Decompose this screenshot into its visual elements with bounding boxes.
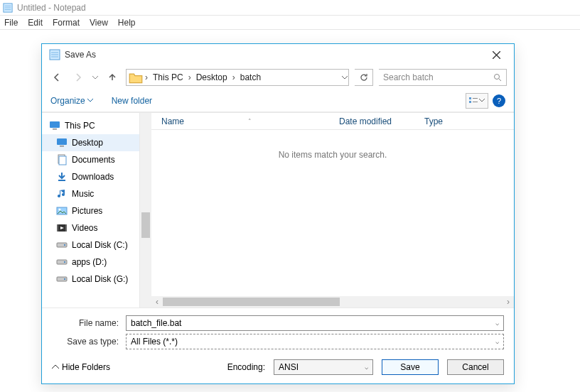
scroll-track[interactable] <box>163 298 503 306</box>
tree-this-pc[interactable]: This PC <box>42 117 139 134</box>
music-icon <box>56 188 68 200</box>
svg-rect-19 <box>60 146 64 147</box>
list-hscrollbar[interactable]: ‹ › <box>151 296 514 307</box>
svg-rect-18 <box>57 138 67 145</box>
tree-label: Local Disk (G:) <box>72 274 128 284</box>
menu-view[interactable]: View <box>90 18 108 28</box>
breadcrumb-sep[interactable]: › <box>230 72 237 82</box>
up-button[interactable] <box>104 70 120 85</box>
refresh-icon <box>360 73 368 82</box>
breadcrumb-sep[interactable]: › <box>143 72 150 82</box>
saveastype-value: All Files (*.*) <box>131 337 178 347</box>
drive-icon <box>56 273 68 285</box>
encoding-value: ANSI <box>279 362 299 372</box>
cancel-button[interactable]: Cancel <box>447 359 504 375</box>
svg-point-23 <box>59 209 61 211</box>
tree-music[interactable]: Music <box>42 185 139 202</box>
column-date[interactable]: Date modified <box>329 116 414 126</box>
encoding-select[interactable]: ANSI ⌵ <box>274 359 373 375</box>
crumb-batch[interactable]: batch <box>237 72 264 82</box>
toolbar: Organize New folder ? <box>42 89 514 112</box>
svg-rect-16 <box>50 121 60 128</box>
tree-desktop[interactable]: Desktop <box>42 134 139 151</box>
drive-icon <box>56 256 68 268</box>
dialog-title: Save As <box>65 50 485 60</box>
back-button[interactable] <box>49 70 65 85</box>
desktop-icon <box>56 137 68 148</box>
notepad-menubar: File Edit Format View Help <box>0 16 580 30</box>
help-button[interactable]: ? <box>493 94 505 107</box>
recent-dropdown[interactable] <box>92 76 99 80</box>
svg-point-31 <box>64 261 65 263</box>
tree-pictures[interactable]: Pictures <box>42 202 139 219</box>
menu-file[interactable]: File <box>4 18 18 28</box>
view-options-button[interactable] <box>466 93 488 109</box>
downloads-icon <box>56 171 68 183</box>
svg-rect-21 <box>59 156 66 165</box>
tree-label: Videos <box>72 223 97 233</box>
folder-tree: This PC Desktop Documents Downloads Musi… <box>42 113 140 307</box>
filename-label: File name: <box>52 318 122 328</box>
encoding-dropdown[interactable]: ⌵ <box>365 364 368 371</box>
column-name[interactable]: Name˄ <box>151 116 329 126</box>
close-button[interactable] <box>485 45 507 65</box>
saveastype-dropdown[interactable]: ⌵ <box>495 338 499 345</box>
crumb-desktop[interactable]: Desktop <box>193 72 230 82</box>
address-dropdown[interactable] <box>341 76 348 80</box>
address-bar[interactable]: › This PC › Desktop › batch <box>126 69 349 86</box>
scroll-right-button[interactable]: › <box>503 296 514 307</box>
crumb-thispc[interactable]: This PC <box>150 72 186 82</box>
videos-icon <box>56 222 68 234</box>
scroll-thumb[interactable] <box>141 212 150 238</box>
tree-label: This PC <box>65 121 95 131</box>
saveastype-select[interactable]: All Files (*.*) ⌵ <box>126 334 504 349</box>
breadcrumb-sep[interactable]: › <box>186 72 193 82</box>
search-input[interactable]: Search batch <box>379 69 507 86</box>
scroll-left-button[interactable]: ‹ <box>151 296 163 307</box>
menu-edit[interactable]: Edit <box>28 18 43 28</box>
new-folder-button[interactable]: New folder <box>112 96 152 106</box>
svg-rect-12 <box>469 97 471 99</box>
organize-menu[interactable]: Organize <box>50 96 93 106</box>
chevron-down-icon <box>92 76 98 80</box>
tree-scrollbar[interactable] <box>140 113 151 307</box>
tree-label: Downloads <box>72 172 114 182</box>
tree-local-disk-c[interactable]: Local Disk (C:) <box>42 236 139 254</box>
notepad-icon <box>3 3 13 13</box>
organize-label: Organize <box>50 96 85 106</box>
menu-format[interactable]: Format <box>53 18 80 28</box>
svg-line-11 <box>499 79 501 81</box>
scroll-thumb[interactable] <box>163 298 340 306</box>
svg-rect-17 <box>53 129 57 130</box>
save-label: Save <box>400 362 419 372</box>
filename-dropdown[interactable]: ⌵ <box>495 320 499 327</box>
arrow-left-icon <box>52 72 62 82</box>
menu-help[interactable]: Help <box>118 18 136 28</box>
arrow-up-icon <box>107 72 117 82</box>
forward-button[interactable] <box>70 70 86 85</box>
filename-value: batch_file.bat <box>131 318 181 328</box>
tree-label: Music <box>72 189 94 199</box>
arrow-right-icon <box>73 72 83 82</box>
filename-input[interactable]: batch_file.bat ⌵ <box>126 315 504 331</box>
file-list-area: Name˄ Date modified Type No items match … <box>151 113 514 307</box>
pictures-icon <box>56 205 68 217</box>
svg-rect-25 <box>57 224 58 232</box>
svg-rect-14 <box>473 98 478 99</box>
hide-folders-button[interactable]: Hide Folders <box>52 362 110 372</box>
notepad-titlebar: Untitled - Notepad <box>0 0 580 16</box>
save-button[interactable]: Save <box>382 359 439 375</box>
tree-local-disk-g[interactable]: Local Disk (G:) <box>42 271 139 288</box>
tree-documents[interactable]: Documents <box>42 151 139 168</box>
tree-videos[interactable]: Videos <box>42 219 139 236</box>
sort-indicator-icon: ˄ <box>248 118 252 125</box>
refresh-button[interactable] <box>355 69 373 86</box>
chevron-down-icon <box>342 76 348 80</box>
column-type[interactable]: Type <box>414 116 514 126</box>
svg-rect-13 <box>469 101 471 103</box>
tree-downloads[interactable]: Downloads <box>42 168 139 185</box>
tree-label: apps (D:) <box>72 257 107 267</box>
view-icon <box>469 97 478 105</box>
tree-apps-d[interactable]: apps (D:) <box>42 254 139 271</box>
tree-label: Desktop <box>72 138 103 148</box>
